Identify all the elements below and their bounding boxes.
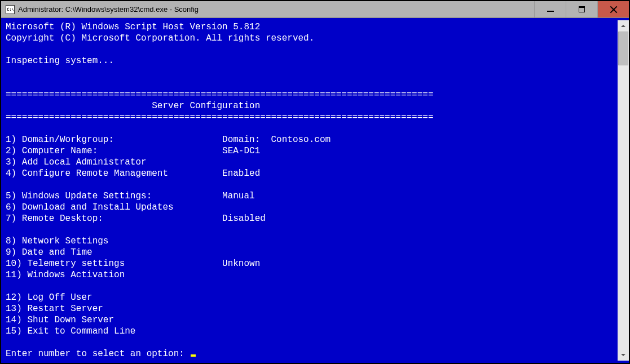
maximize-icon (579, 6, 585, 12)
menu-block-4: 12) Log Off User 13) Restart Server 14) … (6, 292, 222, 336)
minimize-button[interactable] (534, 1, 566, 17)
chevron-down-icon (620, 352, 626, 358)
vertical-scrollbar[interactable] (618, 20, 629, 361)
minimize-icon (547, 11, 554, 12)
inspecting-line: Inspecting system... (6, 56, 114, 66)
cmd-window: Administrator: C:\Windows\system32\cmd.e… (1, 1, 629, 363)
window-controls (534, 1, 629, 17)
chevron-up-icon (620, 23, 626, 29)
banner-title: Server Configuration (6, 101, 260, 111)
close-button[interactable] (597, 1, 629, 17)
client-area: Microsoft (R) Windows Script Host Versio… (1, 18, 629, 363)
prompt-text: Enter number to select an option: (6, 349, 190, 359)
close-icon (610, 6, 618, 14)
script-host-line: Microsoft (R) Windows Script Host Versio… (6, 22, 260, 32)
menu-block-2: 5) Windows Update Settings: Manual 6) Do… (6, 191, 266, 224)
window-title: Administrator: C:\Windows\system32\cmd.e… (18, 5, 534, 14)
cursor (191, 354, 196, 357)
divider-bottom: ========================================… (6, 112, 434, 122)
terminal-output[interactable]: Microsoft (R) Windows Script Host Versio… (3, 20, 618, 361)
copyright-line: Copyright (C) Microsoft Corporation. All… (6, 33, 314, 43)
divider-top: ========================================… (6, 90, 434, 100)
menu-block-3: 8) Network Settings 9) Date and Time 10)… (6, 236, 260, 280)
titlebar[interactable]: Administrator: C:\Windows\system32\cmd.e… (1, 1, 629, 18)
scroll-thumb[interactable] (618, 32, 628, 65)
cmd-icon (6, 5, 15, 14)
scroll-track[interactable] (618, 32, 629, 349)
scroll-down-button[interactable] (618, 349, 629, 361)
prompt-line: Enter number to select an option: (6, 349, 196, 359)
scroll-up-button[interactable] (618, 20, 629, 32)
menu-block-1: 1) Domain/Workgroup: Domain: Contoso.com… (6, 135, 331, 179)
maximize-button[interactable] (566, 1, 597, 17)
